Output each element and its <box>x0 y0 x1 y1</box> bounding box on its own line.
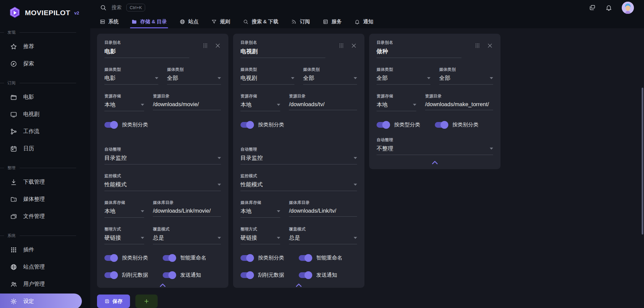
auto-organize-select[interactable]: 自动整理 目录监控 <box>104 147 221 164</box>
toggle-switch[interactable] <box>299 255 312 261</box>
media-category-select[interactable]: 媒体类别 全部 <box>303 67 357 85</box>
toggle-switch[interactable] <box>104 255 117 261</box>
sidebar-item-workflow[interactable]: 工作流 <box>0 124 82 139</box>
toggle-switch[interactable] <box>163 272 175 278</box>
tab-label: 存储 & 目录 <box>140 19 167 25</box>
tab-system[interactable]: 系统 <box>100 16 119 29</box>
toggle-switch[interactable] <box>240 255 253 261</box>
source-storage-select[interactable]: 资源存储 本地 <box>377 93 416 111</box>
sidebar-item-plugins[interactable]: 插件 <box>0 242 82 257</box>
toggle-switch[interactable] <box>104 122 117 128</box>
alias-input[interactable]: 目录别名 电影 <box>104 40 189 58</box>
source-path-input[interactable]: 资源目录 /downloads/make_torrent/ <box>425 93 493 111</box>
source-storage-select[interactable]: 资源存储 本地 <box>104 93 144 111</box>
overwrite-mode-select[interactable]: 覆盖模式 总是 <box>289 226 357 244</box>
field-value: 本地 <box>240 101 274 109</box>
toggle-send-notification[interactable]: 发送通知 <box>163 272 221 279</box>
toggle-categorize[interactable]: 按类别分类 <box>240 121 357 128</box>
windows-stack-icon[interactable] <box>589 4 596 11</box>
sidebar-item-download-manager[interactable]: 下载管理 <box>0 174 82 190</box>
sidebar-item-explore[interactable]: 探索 <box>0 56 82 71</box>
organize-method-select[interactable]: 整理方式 硬链接 <box>240 226 280 244</box>
sidebar-item-tv[interactable]: 电视剧 <box>0 106 82 122</box>
sidebar-item-site-manager[interactable]: 站点管理 <box>0 259 82 275</box>
toggle-switch[interactable] <box>240 272 253 278</box>
sidebar-item-settings[interactable]: 设定 <box>0 294 82 308</box>
toggle-categorize[interactable]: 按类别分类 <box>435 121 493 128</box>
monitor-mode-select[interactable]: 监控模式 性能模式 <box>240 173 357 191</box>
sidebar-item-label: 工作流 <box>23 128 39 135</box>
toggle-categorize-by-type[interactable]: 按类型分类 <box>377 121 435 128</box>
close-icon[interactable] <box>351 42 357 49</box>
source-path-input[interactable]: 资源目录 /downloads/movie/ <box>153 93 221 111</box>
auto-organize-select[interactable]: 自动整理 不整理 <box>377 137 493 155</box>
tab-notifications[interactable]: 通知 <box>354 16 373 29</box>
toggle-categorize[interactable]: 按类别分类 <box>104 121 221 128</box>
toggle-smart-rename[interactable]: 智能重命名 <box>299 254 357 261</box>
toggle-scrape-metadata[interactable]: 刮削元数据 <box>240 272 299 279</box>
alias-input[interactable]: 目录别名 做种 <box>377 40 461 58</box>
toggle-switch[interactable] <box>104 272 117 278</box>
toggle-categorize[interactable]: 按类别分类 <box>240 254 299 261</box>
sidebar-item-media-organize[interactable]: 媒体整理 <box>0 191 82 207</box>
field-label: 自动整理 <box>104 147 221 152</box>
toggle-switch[interactable] <box>240 122 253 128</box>
bell-icon[interactable] <box>605 4 612 11</box>
app-logo[interactable]: MOVIEPILOT v2 <box>0 3 90 21</box>
toggle-scrape-metadata[interactable]: 刮削元数据 <box>104 272 163 279</box>
source-path-input[interactable]: 资源目录 /downloads/tv/ <box>289 93 357 111</box>
library-storage-select[interactable]: 媒体库存储 本地 <box>104 200 144 218</box>
toggle-categorize[interactable]: 按类别分类 <box>104 254 163 261</box>
collapse-button[interactable] <box>104 279 221 289</box>
toggle-switch[interactable] <box>163 255 175 261</box>
overwrite-mode-select[interactable]: 覆盖模式 总是 <box>153 226 221 244</box>
toggle-switch[interactable] <box>377 122 389 128</box>
drag-handle-icon[interactable] <box>202 42 208 49</box>
tab-label: 系统 <box>108 19 119 25</box>
tab-services[interactable]: 服务 <box>323 16 342 29</box>
sidebar-item-recommend[interactable]: 推荐 <box>0 39 82 54</box>
toggle-smart-rename[interactable]: 智能重命名 <box>163 254 221 261</box>
library-path-input[interactable]: 媒体库目录 /downloads/Link/movie/ <box>153 200 221 218</box>
tab-sites[interactable]: 站点 <box>180 16 198 29</box>
tab-storage-directory[interactable]: 存储 & 目录 <box>131 16 167 29</box>
tab-search-download[interactable]: 搜索 & 下载 <box>243 16 278 29</box>
toggle-switch[interactable] <box>299 272 312 278</box>
collapse-button[interactable] <box>240 279 357 289</box>
tab-rules[interactable]: 规则 <box>211 16 230 29</box>
toggle-send-notification[interactable]: 发送通知 <box>299 272 357 279</box>
source-storage-select[interactable]: 资源存储 本地 <box>240 93 280 111</box>
sidebar-item-user-manager[interactable]: 用户管理 <box>0 276 82 292</box>
toggle-label: 按类别分类 <box>258 254 284 261</box>
auto-organize-select[interactable]: 自动整理 目录监控 <box>240 147 357 164</box>
field-value: 总是 <box>289 234 351 242</box>
save-button[interactable]: 保存 <box>97 295 130 308</box>
sidebar-item-movies[interactable]: 电影 <box>0 89 82 105</box>
library-storage-select[interactable]: 媒体库存储 本地 <box>240 200 280 218</box>
add-directory-button[interactable] <box>135 295 158 308</box>
collapse-button[interactable] <box>377 156 493 166</box>
media-type-select[interactable]: 媒体类型 电视剧 <box>240 67 294 85</box>
media-type-select[interactable]: 媒体类型 全部 <box>377 67 430 85</box>
media-category-select[interactable]: 媒体类别 全部 <box>167 67 221 85</box>
toggle-switch[interactable] <box>435 122 448 128</box>
sidebar-item-file-manager[interactable]: 文件管理 <box>0 209 82 224</box>
monitor-mode-select[interactable]: 监控模式 性能模式 <box>104 173 221 191</box>
alias-input[interactable]: 目录别名 电视剧 <box>240 40 325 58</box>
scrollbar-thumb[interactable] <box>642 88 643 235</box>
global-search[interactable]: 搜索 Ctrl+K <box>100 4 145 11</box>
media-category-select[interactable]: 媒体类别 全部 <box>439 67 493 85</box>
close-icon[interactable] <box>215 42 221 49</box>
sidebar-item-calendar[interactable]: 日历 <box>0 141 82 156</box>
chevron-down-icon <box>218 237 221 239</box>
drag-handle-icon[interactable] <box>474 42 481 49</box>
organize-method-select[interactable]: 整理方式 硬链接 <box>104 226 144 244</box>
close-icon[interactable] <box>487 42 493 49</box>
drag-handle-icon[interactable] <box>338 42 345 49</box>
field-value: 全部 <box>167 74 215 82</box>
media-type-select[interactable]: 媒体类型 电影 <box>104 67 158 85</box>
tv-icon <box>10 111 17 118</box>
library-path-input[interactable]: 媒体库目录 /downloads/Link/tv/ <box>289 200 357 218</box>
avatar[interactable] <box>622 2 634 14</box>
tab-subscribe[interactable]: 订阅 <box>291 16 310 29</box>
